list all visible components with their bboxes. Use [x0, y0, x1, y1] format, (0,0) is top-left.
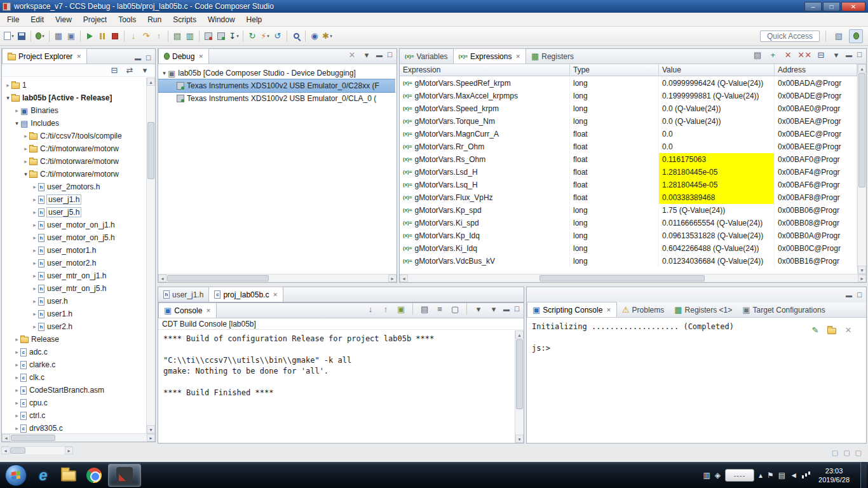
minimize-view-button[interactable]: ▬ [502, 306, 511, 313]
menu-window[interactable]: Window [202, 14, 241, 25]
column-header-type[interactable]: Type [570, 64, 659, 76]
tab-console[interactable]: ▣ Console ✕ [158, 302, 217, 318]
view-grid-button[interactable]: ▦ [52, 29, 65, 43]
clear-console-button[interactable]: ▢ [449, 302, 461, 316]
expression-row-gmotorvars-rs-ohm[interactable]: (x)=gMotorVars.Rs_Ohmfloat0.1161750630x0… [400, 153, 857, 166]
maximize-view-button[interactable]: ☐ [855, 292, 864, 299]
expression-row-gmotorvars-ki-idq[interactable]: (x)=gMotorVars.Ki_Idqlong0.6042266488 (Q… [400, 242, 857, 255]
project-item-c-ti-ccsv7-tools-compile[interactable]: ▸C:/ti/ccsv7/tools/compile [2, 130, 146, 142]
trim-scrollbar[interactable]: ◂ ▸ [1, 446, 73, 454]
expand-icon[interactable]: ▸ [13, 374, 20, 381]
project-item-c-ti-motorware-motorw[interactable]: ▸C:/ti/motorware/motorw [2, 155, 146, 168]
display-selected-console-button[interactable]: ▾ [472, 302, 485, 316]
add-expression-button[interactable]: + [766, 48, 779, 62]
expand-icon[interactable]: ▸ [13, 412, 20, 419]
tray-device-icon[interactable]: ▤ [778, 471, 785, 480]
collapse-icon[interactable]: ▾ [161, 70, 168, 76]
project-item-drv8305-c[interactable]: ▸cdrv8305.c [2, 422, 146, 433]
expressions-hscrollbar[interactable]: ◂ ▸ [400, 274, 866, 282]
start-button[interactable] [5, 464, 27, 486]
step-into-button[interactable]: ↓ [127, 29, 140, 43]
maximize-view-button[interactable]: ☐ [144, 55, 153, 62]
expand-icon[interactable]: ▸ [22, 158, 29, 165]
collapse-icon[interactable]: ▾ [22, 171, 29, 177]
expand-icon[interactable]: ▸ [31, 209, 38, 215]
scroll-to-previous-button[interactable]: ↑ [379, 302, 392, 316]
tab-close-icon[interactable]: ✕ [76, 53, 81, 60]
tab-proj-lab05b-c[interactable]: cproj_lab05b.c✕ [208, 287, 283, 302]
tray-app-icon[interactable]: ◈ [715, 471, 721, 480]
expression-row-gmotorvars-maxaccel-krpmps[interactable]: (x)=gMotorVars.MaxAccel_krpmpslong0.1999… [400, 90, 857, 102]
tab-target-configurations[interactable]: ▣Target Configurations [737, 302, 830, 317]
project-item-c-ti-motorware-motorw[interactable]: ▸C:/ti/motorware/motorw [2, 142, 146, 155]
suspend-button[interactable] [96, 29, 109, 43]
expand-icon[interactable]: ▸ [31, 260, 38, 266]
expand-icon[interactable]: ▸ [13, 387, 20, 393]
minimize-view-button[interactable]: ▬ [133, 55, 142, 62]
expression-row-gmotorvars-lsq-h[interactable]: (x)=gMotorVars.Lsq_Hfloat1.28180445e-050… [400, 179, 857, 191]
network-icon[interactable] [802, 471, 810, 478]
scroll-right-icon[interactable]: ▸ [858, 274, 866, 282]
expression-row-gmotorvars-speedref-krpm[interactable]: (x)=gMotorVars.SpeedRef_krpmlong0.099999… [400, 77, 857, 90]
expression-row-gmotorvars-magncurr-a[interactable]: (x)=gMotorVars.MagnCurr_Afloat0.00x00BAE… [400, 128, 857, 140]
project-item-1[interactable]: ▸1 [2, 79, 146, 92]
restore-view-icon[interactable]: ▢ [843, 449, 850, 457]
activate-on-output-button[interactable]: ▣ [395, 302, 407, 316]
expression-row-gmotorvars-flux-vphz[interactable]: (x)=gMotorVars.Flux_VpHzfloat0.003383894… [400, 191, 857, 204]
step-return-button[interactable]: ↑ [153, 29, 165, 43]
project-item-user-2motors-h[interactable]: ▸huser_2motors.h [2, 180, 146, 193]
taskbar-clock[interactable]: 23:03 2019/6/28 [815, 466, 853, 484]
debug-item-lab05b-code-composer-studio-device-debug[interactable]: ▾▣lab05b [Code Composer Studio - Device … [158, 67, 395, 79]
project-item-user-motor-on-j1-h[interactable]: ▸huser_motor_on_j1.h [2, 219, 146, 231]
resume-button[interactable] [83, 29, 96, 43]
tab-close-icon[interactable]: ✕ [198, 53, 203, 60]
insert-script-button[interactable]: ✎ [809, 323, 822, 337]
project-item-user-j1-h[interactable]: ▸huser_j1.h [2, 193, 146, 206]
new-wizard-button[interactable]: ✱▾ [321, 29, 334, 43]
column-header-value[interactable]: Value [659, 64, 775, 76]
project-item-codestartbranch-asm[interactable]: ▸sCodeStartBranch.asm [2, 384, 146, 396]
window-titlebar[interactable]: workspace_v7 - CCS Debug - lab05b/proj_l… [0, 0, 868, 13]
expand-icon[interactable]: ▸ [13, 349, 20, 355]
restore-window-button[interactable]: □ [823, 2, 840, 11]
maximize-view-button[interactable]: ☐ [855, 51, 864, 58]
menu-view[interactable]: View [50, 14, 78, 25]
collapse-all-button[interactable]: ⊟ [815, 48, 827, 62]
expression-row-gmotorvars-ki-spd[interactable]: (x)=gMotorVars.Ki_spdlong0.01166665554 (… [400, 217, 857, 229]
new-file-button[interactable]: ▾ [3, 29, 15, 43]
taskbar-ccs-active[interactable] [108, 464, 141, 487]
scroll-right-icon[interactable]: ▸ [65, 447, 73, 454]
expand-icon[interactable]: ▸ [22, 146, 29, 152]
expression-row-gmotorvars-torque-nm[interactable]: (x)=gMotorVars.Torque_Nmlong0.0 (Q-Value… [400, 115, 857, 128]
expression-row-gmotorvars-lsd-h[interactable]: (x)=gMotorVars.Lsd_Hfloat1.28180445e-050… [400, 166, 857, 179]
console-output[interactable]: **** Build of configuration Release for … [158, 330, 524, 402]
tab-variables[interactable]: (x)=Variables [400, 49, 453, 64]
remove-all-expressions-button[interactable]: ✕✕ [797, 48, 812, 62]
tab-expressions[interactable]: (x)=Expressions✕ [453, 48, 526, 64]
project-item-lab05b-active-release[interactable]: ▾lab05b [Active - Release] [2, 92, 146, 104]
restore-view-icon[interactable]: ▢ [855, 449, 862, 457]
word-wrap-button[interactable]: ≡ [433, 302, 446, 316]
expand-icon[interactable]: ▸ [13, 400, 20, 406]
project-item-user-motor2-h[interactable]: ▸huser_motor2.h [2, 257, 146, 269]
tab-registers[interactable]: ▦Registers [526, 49, 579, 64]
taskbar-chrome[interactable] [81, 464, 107, 487]
scroll-right-icon[interactable]: ▸ [388, 274, 397, 282]
collapse-all-button[interactable]: ⊟ [108, 64, 121, 78]
tab-registers-1[interactable]: ▦Registers <1> [669, 302, 737, 317]
project-item-user-h[interactable]: ▸huser.h [2, 295, 146, 308]
console-vscrollbar[interactable]: ▴ ▾ [515, 330, 524, 443]
collapse-icon[interactable]: ▾ [4, 95, 11, 101]
menu-edit[interactable]: Edit [25, 14, 50, 25]
taskbar-file-explorer[interactable] [56, 464, 81, 487]
expand-icon[interactable]: ▸ [22, 133, 29, 139]
column-header-expression[interactable]: Expression [400, 64, 570, 76]
show-type-names-button[interactable]: ▤ [751, 48, 764, 62]
scroll-right-icon[interactable]: ▸ [147, 434, 155, 442]
tab-scripting-console[interactable]: ▣Scripting Console✕ [527, 302, 617, 317]
disconnect-target-button[interactable] [215, 29, 227, 43]
expand-icon[interactable]: ▸ [13, 425, 20, 431]
scroll-down-icon[interactable]: ▾ [147, 425, 155, 433]
collapse-icon[interactable]: ▾ [13, 120, 20, 126]
menu-project[interactable]: Project [78, 14, 112, 25]
